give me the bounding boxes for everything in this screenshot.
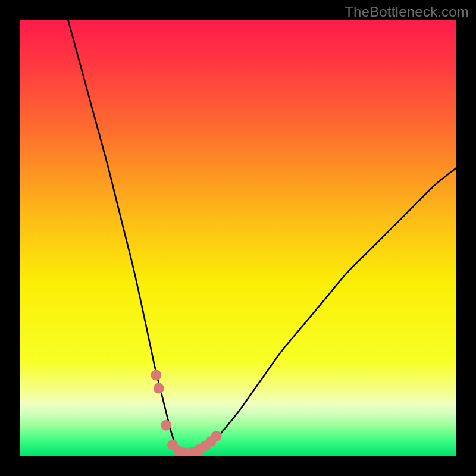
bottleneck-markers	[151, 370, 221, 456]
bottleneck-marker	[161, 420, 171, 431]
plot-area	[20, 20, 456, 456]
watermark-text: TheBottleneck.com	[345, 4, 469, 20]
bottleneck-marker	[211, 431, 221, 441]
curve-layer	[20, 20, 456, 456]
bottleneck-marker	[151, 370, 161, 381]
bottleneck-marker	[154, 383, 164, 394]
bottleneck-curve	[68, 20, 456, 454]
chart-frame: TheBottleneck.com	[0, 0, 476, 476]
